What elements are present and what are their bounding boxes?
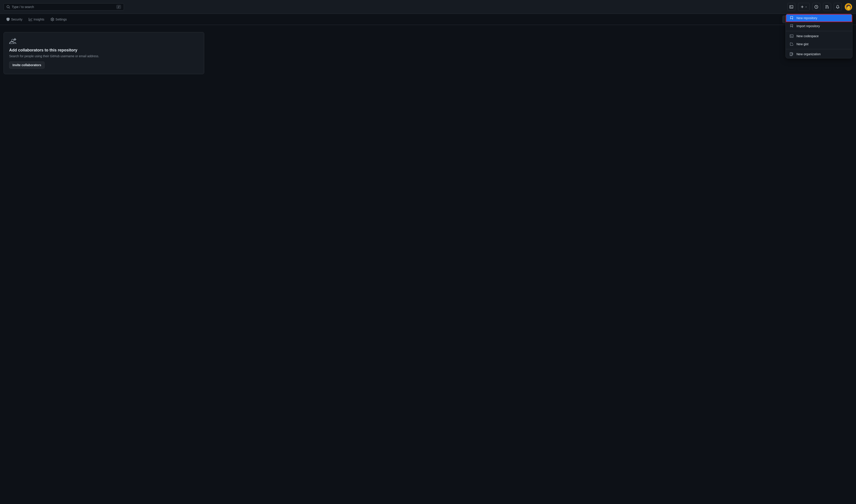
- subnav: Security Insights Settings Pin Unwatch: [0, 14, 856, 25]
- import-repo-icon: [789, 24, 794, 28]
- dropdown-item-new-repository[interactable]: New repository: [786, 14, 852, 22]
- import-repository-label: Import repository: [797, 24, 820, 28]
- search-bar[interactable]: Type / to search /: [3, 3, 124, 11]
- repo-icon: [789, 16, 794, 20]
- avatar[interactable]: 🧑: [844, 3, 853, 11]
- new-repository-label: New repository: [797, 16, 817, 20]
- header: Type / to search / 🧑: [0, 0, 856, 14]
- new-codespace-label: New codespace: [797, 34, 819, 38]
- avatar-image: 🧑: [846, 4, 851, 10]
- terminal-button[interactable]: [787, 3, 795, 11]
- collaborators-desc: Search for people using their GitHub use…: [9, 54, 199, 58]
- subnav-item-insights[interactable]: Insights: [26, 16, 47, 23]
- settings-label: Settings: [55, 18, 67, 21]
- divider-1: [786, 31, 852, 31]
- new-gist-label: New gist: [797, 42, 808, 46]
- pull-requests-button[interactable]: [823, 3, 831, 11]
- org-icon: [789, 52, 794, 56]
- divider-2: [786, 49, 852, 49]
- collaborators-card: Add collaborators to this repository Sea…: [3, 32, 204, 74]
- subnav-item-security[interactable]: Security: [3, 16, 25, 23]
- search-icon: [6, 5, 10, 9]
- search-placeholder-text: Type / to search: [12, 5, 115, 9]
- security-label: Security: [11, 18, 22, 21]
- copilot-button[interactable]: [812, 3, 820, 11]
- new-organization-label: New organization: [797, 52, 821, 56]
- create-dropdown-menu: New repository Import repository New cod…: [786, 14, 853, 58]
- collaborators-title: Add collaborators to this repository: [9, 48, 199, 53]
- create-button[interactable]: [798, 3, 810, 11]
- dropdown-item-new-codespace[interactable]: New codespace: [786, 32, 852, 40]
- gist-icon: [789, 42, 794, 46]
- dropdown-item-import-repository[interactable]: Import repository: [786, 22, 852, 30]
- subnav-item-settings[interactable]: Settings: [48, 16, 70, 23]
- dropdown-item-new-organization[interactable]: New organization: [786, 50, 852, 58]
- dropdown-item-new-gist[interactable]: New gist: [786, 40, 852, 48]
- insights-label: Insights: [34, 18, 44, 21]
- codespace-icon: [789, 34, 794, 38]
- invite-collaborators-button[interactable]: Invite collaborators: [9, 61, 45, 69]
- slash-key: /: [116, 5, 121, 9]
- main-content: Add collaborators to this repository Sea…: [0, 25, 856, 79]
- collaborators-icon: [9, 38, 199, 45]
- inbox-button[interactable]: [834, 3, 842, 11]
